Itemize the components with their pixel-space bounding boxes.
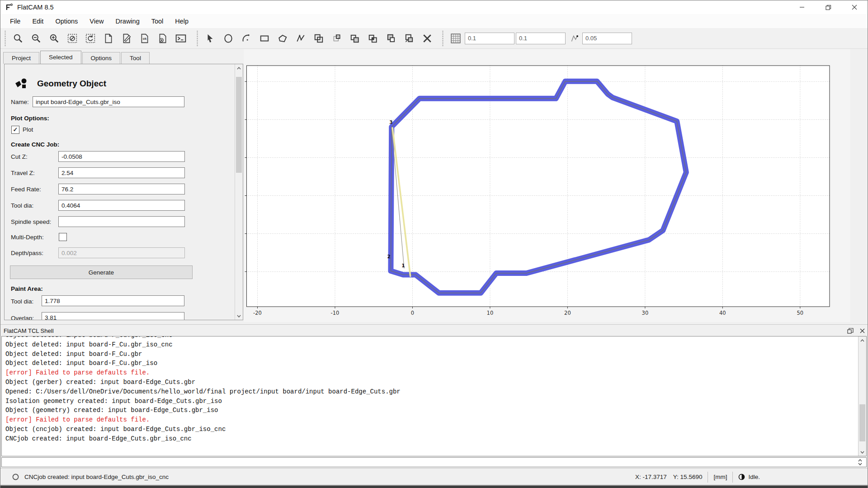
- union-icon: [350, 33, 360, 43]
- menu-tool[interactable]: Tool: [146, 15, 170, 27]
- corner-snap-toggle[interactable]: [567, 30, 582, 47]
- spin-up-icon[interactable]: [858, 459, 862, 462]
- app-icon: [5, 3, 13, 11]
- spin-down-icon[interactable]: [858, 463, 862, 465]
- shell-log-line: Object deleted: input board-F_Cu.gbr_iso: [5, 359, 857, 368]
- menu-drawing[interactable]: Drawing: [110, 15, 146, 27]
- paint-tool-dia-input[interactable]: [42, 295, 184, 306]
- cut-z-label: Cut Z:: [11, 153, 28, 160]
- snap-max-input[interactable]: [582, 33, 632, 44]
- open-project-button[interactable]: [118, 30, 136, 47]
- feed-rate-label: Feed Rate:: [11, 186, 41, 193]
- draw-circle-button[interactable]: [219, 30, 237, 47]
- x-tick-label: 20: [564, 310, 571, 316]
- scroll-up-icon[interactable]: [859, 336, 866, 344]
- grid-icon: [450, 33, 461, 44]
- intersection-button[interactable]: [364, 30, 382, 47]
- cursor-x-value: -17.3717: [643, 474, 667, 480]
- tool-dia-label: Tool dia:: [11, 202, 33, 209]
- draw-arc-button[interactable]: [237, 30, 255, 47]
- cursor-y-label: Y:: [673, 474, 679, 480]
- clear-plot-button[interactable]: [63, 30, 81, 47]
- copy-small-icon: [332, 33, 342, 43]
- save-project-button[interactable]: ok: [136, 30, 154, 47]
- shell-command-input[interactable]: [1, 457, 867, 467]
- close-shell-icon[interactable]: [860, 328, 865, 333]
- x-tick-label: 0: [411, 310, 414, 316]
- travel-z-input[interactable]: [58, 167, 185, 178]
- zoom-out-button[interactable]: [27, 30, 45, 47]
- grid-x-input[interactable]: [465, 33, 514, 44]
- shell-button[interactable]: [172, 30, 190, 47]
- x-tick-label: -20: [253, 310, 262, 316]
- feed-rate-input[interactable]: [58, 184, 185, 194]
- select-tool-button[interactable]: [201, 30, 219, 47]
- shell-log: Object deleted: input board-F_Cu.gbr_iso…: [5, 337, 857, 444]
- close-button[interactable]: [841, 0, 868, 14]
- delete-shape-button[interactable]: [418, 30, 436, 47]
- replot-button[interactable]: [81, 30, 99, 47]
- plot-canvas[interactable]: -20-10010203040500510152025321: [244, 49, 850, 322]
- shell-log-line: Isolation geometry created: input board-…: [5, 397, 857, 406]
- zoom-in-button[interactable]: [45, 30, 63, 47]
- bottom-edge: [0, 485, 868, 488]
- subtract-button[interactable]: [382, 30, 400, 47]
- new-project-button[interactable]: [99, 30, 118, 47]
- copy-geometry-button[interactable]: [328, 30, 346, 47]
- scroll-down-icon[interactable]: [235, 312, 243, 320]
- spindle-speed-input[interactable]: [58, 216, 185, 227]
- toolbar-handle: [4, 31, 6, 46]
- shell-output[interactable]: Object deleted: input board-F_Cu.gbr_iso…: [1, 336, 867, 456]
- minimize-button[interactable]: [789, 0, 815, 14]
- object-name-input[interactable]: [33, 96, 184, 107]
- tab-project[interactable]: Project: [3, 52, 39, 64]
- union-button[interactable]: [346, 30, 364, 47]
- tool-dia-input[interactable]: [58, 200, 185, 211]
- draw-rectangle-button[interactable]: [255, 30, 274, 47]
- scroll-up-icon[interactable]: [235, 64, 243, 72]
- polygon-tool-icon: [278, 33, 288, 43]
- plot-checkbox[interactable]: ✓: [11, 126, 19, 134]
- panel-title: Geometry Object: [37, 79, 106, 89]
- grid-snap-toggle[interactable]: [447, 30, 465, 47]
- shell-input-spinner[interactable]: [856, 457, 864, 467]
- subtract-icon: [386, 33, 396, 43]
- depth-pass-input[interactable]: [58, 247, 185, 258]
- menu-file[interactable]: File: [4, 15, 26, 27]
- copy-objects-button[interactable]: [310, 30, 328, 47]
- panel-scrollbar[interactable]: [235, 64, 243, 320]
- shell-titlebar[interactable]: FlatCAM TCL Shell: [0, 324, 868, 336]
- grid-y-input[interactable]: [516, 33, 566, 44]
- draw-polygon-button[interactable]: [274, 30, 292, 47]
- x-tick-label: 40: [719, 310, 726, 316]
- menu-view[interactable]: View: [84, 15, 109, 27]
- shell-scrollbar-thumb[interactable]: [859, 404, 865, 441]
- menu-help[interactable]: Help: [169, 15, 194, 27]
- x-tick-label: 10: [487, 310, 494, 316]
- panel-scrollbar-thumb[interactable]: [236, 77, 242, 173]
- menu-edit[interactable]: Edit: [26, 15, 49, 27]
- overlap-input[interactable]: [42, 312, 184, 320]
- corner-snap-icon: [570, 33, 580, 43]
- shell-log-line: Object deleted: input board-F_Cu.gbr_iso…: [5, 336, 857, 340]
- depth-pass-label: Depth/pass:: [11, 250, 43, 256]
- cut-z-input[interactable]: [58, 151, 185, 162]
- save-project-as-button[interactable]: [154, 30, 172, 47]
- float-panel-icon[interactable]: [847, 328, 854, 334]
- tab-options[interactable]: Options: [82, 52, 121, 64]
- generate-cncjob-button[interactable]: Generate: [10, 265, 193, 279]
- restore-button[interactable]: [815, 0, 841, 14]
- cursor-icon: [205, 33, 215, 43]
- circle-tool-icon: [223, 33, 233, 43]
- tab-tool[interactable]: Tool: [121, 52, 150, 64]
- zoom-fit-button[interactable]: [9, 30, 27, 47]
- multi-depth-checkbox[interactable]: [59, 233, 67, 241]
- main-toolbar: ok: [0, 28, 868, 49]
- draw-path-button[interactable]: [292, 30, 310, 47]
- menu-options[interactable]: Options: [49, 15, 84, 27]
- shell-title: FlatCAM TCL Shell: [4, 327, 54, 334]
- cut-path-button[interactable]: [400, 30, 418, 47]
- tab-selected[interactable]: Selected: [40, 51, 81, 64]
- shell-scrollbar[interactable]: [858, 336, 866, 456]
- scroll-down-icon[interactable]: [859, 448, 866, 456]
